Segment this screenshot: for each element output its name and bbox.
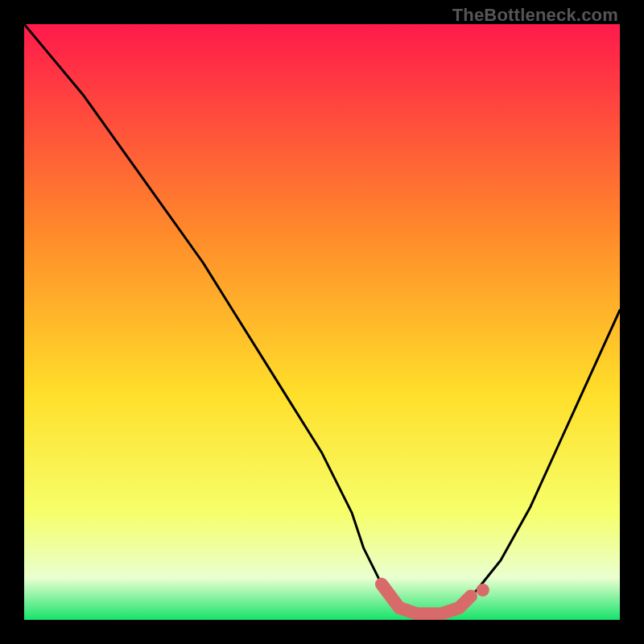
curve-layer [24,24,620,620]
highlight-dot [477,584,489,597]
watermark-text: TheBottleneck.com [452,5,618,26]
bottleneck-curve [24,24,620,614]
chart-canvas: TheBottleneck.com [0,0,644,644]
optimal-range-highlight [382,584,471,614]
plot-area [24,24,620,620]
